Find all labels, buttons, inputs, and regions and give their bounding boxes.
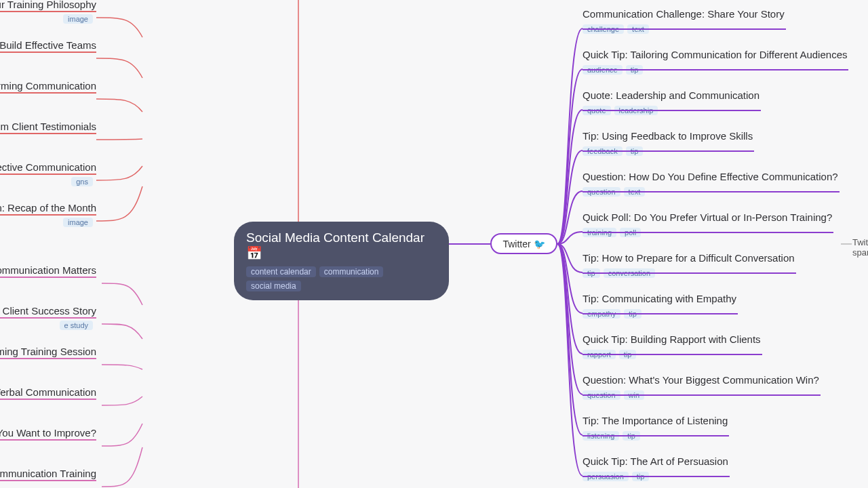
mindmap-item[interactable]: coming Training Session <box>0 346 102 350</box>
tag: image <box>63 14 93 24</box>
item-title: Tip: The Importance of Listening <box>583 415 728 426</box>
item-title: Quick Tip: Building Rapport with Clients <box>583 333 761 345</box>
item-title: Quick Tip: Tailoring Communication for D… <box>583 49 847 60</box>
item-title: Communication Training <box>0 468 96 479</box>
item-title: Communication Challenge: Share Your Stor… <box>583 8 785 20</box>
mindmap-item[interactable]: ur Training Philosophyimage <box>0 0 102 3</box>
item-title: n: Recap of the Month <box>0 202 96 214</box>
mindmap-item[interactable]: Tip: The Importance of Listeninglistenin… <box>583 415 728 445</box>
mindmap-item[interactable]: -Verbal Communication <box>0 386 102 390</box>
mindmap-item[interactable]: Question: What's Your Biggest Communicat… <box>583 374 819 405</box>
mindmap-item[interactable]: n: Recap of the Monthimage <box>0 202 102 206</box>
mindmap-item[interactable]: ective Communicationgns <box>0 161 102 165</box>
mindmap-item[interactable]: o Build Effective Teams <box>0 39 102 43</box>
mindmap-item[interactable]: Tip: How to Prepare for a Difficult Conv… <box>583 252 795 283</box>
mindmap-item[interactable]: Do You Want to Improve? <box>0 427 102 431</box>
tag: image <box>63 218 93 227</box>
tag: communication <box>319 266 384 277</box>
item-title: Quick Tip: The Art of Persuasion <box>583 455 728 467</box>
mindmap-item[interactable]: Tip: Communicating with Empathyempathyti… <box>583 293 736 323</box>
mindmap-item[interactable]: Quote: Leadership and Communicationquote… <box>583 89 760 120</box>
mindmap-item[interactable]: rming Communication <box>0 80 102 84</box>
mindmap-item[interactable]: Communication Training <box>0 468 102 472</box>
mindmap-item[interactable]: Quick Tip: Building Rapport with Clients… <box>583 333 761 364</box>
twitter-node[interactable]: Twitter 🐦 <box>490 233 557 254</box>
mindmap-item[interactable]: Communication Challenge: Share Your Stor… <box>583 8 785 39</box>
mindmap-item[interactable]: Quick Poll: Do You Prefer Virtual or In-… <box>583 211 832 242</box>
item-title: Tip: Using Feedback to Improve Skills <box>583 130 753 142</box>
tag: content calendar <box>246 266 316 277</box>
center-node[interactable]: Social Media Content Calendar 📅 content … <box>234 222 449 300</box>
item-title: ur Training Philosophy <box>0 0 96 10</box>
twitter-label: Twitter 🐦 <box>502 239 545 249</box>
item-title: Tip: Communicating with Empathy <box>583 293 736 304</box>
item-title: Communication Matters <box>0 264 96 276</box>
center-tags: content calendar communication social me… <box>246 266 437 291</box>
item-title: ective Communication <box>0 161 96 173</box>
mindmap-item[interactable]: om Client Testimonials <box>0 121 102 125</box>
mindmap-item[interactable]: Quick Tip: The Art of Persuasionpersuasi… <box>583 455 728 486</box>
tag: gns <box>71 177 93 186</box>
mindmap-item[interactable]: Quick Tip: Tailoring Communication for D… <box>583 49 847 79</box>
item-title: coming Training Session <box>0 346 96 357</box>
mindmap-item[interactable]: Communication Matters <box>0 264 102 268</box>
item-title: dy: Client Success Story <box>0 305 96 317</box>
item-title: Quote: Leadership and Communication <box>583 89 760 101</box>
tag: e study <box>60 321 93 330</box>
item-title: Tip: How to Prepare for a Difficult Conv… <box>583 252 795 264</box>
item-title: rming Communication <box>0 80 96 92</box>
item-title: -Verbal Communication <box>0 386 96 398</box>
center-title: Social Media Content Calendar 📅 <box>246 230 437 261</box>
item-title: o Build Effective Teams <box>0 39 96 51</box>
item-title: om Client Testimonials <box>0 121 96 132</box>
mindmap-item[interactable]: dy: Client Success Storye study <box>0 305 102 309</box>
item-title: Do You Want to Improve? <box>0 427 96 439</box>
tag: social media <box>246 281 301 291</box>
mindmap-item[interactable]: Tip: Using Feedback to Improve Skillsfee… <box>583 130 753 161</box>
item-title: Question: What's Your Biggest Communicat… <box>583 374 819 386</box>
cropped-text: Twit spar <box>852 237 868 258</box>
item-title: Question: How Do You Define Effective Co… <box>583 171 838 182</box>
item-title: Quick Poll: Do You Prefer Virtual or In-… <box>583 211 832 223</box>
mindmap-item[interactable]: Question: How Do You Define Effective Co… <box>583 171 838 201</box>
